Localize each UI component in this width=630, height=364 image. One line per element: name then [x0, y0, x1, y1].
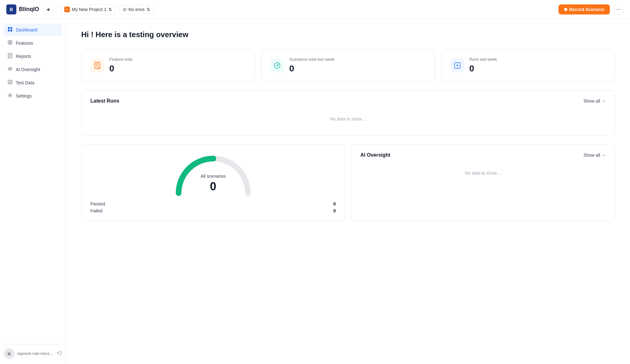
svg-rect-0 [8, 27, 10, 29]
features-label: Features [16, 41, 33, 46]
latest-runs-no-data: No data to show… [90, 110, 606, 128]
gauge-failed-row: Failed 0 [90, 208, 336, 213]
gauge-failed-label: Failed [90, 208, 102, 213]
sidebar-footer: U sapnesh.naik+docs@... [4, 344, 62, 359]
ai-oversight-header: AI Oversight Show all → [360, 152, 606, 158]
bottom-row: All scenarios 0 Passed 0 Failed 0 [81, 144, 615, 221]
svg-point-4 [8, 41, 12, 45]
gauge-passed-row: Passed 0 [90, 201, 336, 206]
feature-total-info: Feature total 0 [109, 57, 132, 74]
svg-rect-3 [10, 30, 12, 31]
sidebar-item-test-data[interactable]: Test Data [4, 77, 62, 89]
gauge-failed-value: 0 [333, 208, 336, 213]
reports-icon [8, 53, 13, 59]
latest-runs-title: Latest Runs [90, 98, 119, 104]
settings-label: Settings [16, 93, 32, 98]
dashboard-icon [8, 27, 13, 33]
reports-label: Reports [16, 54, 31, 59]
ai-oversight-no-data: No data to show… [360, 164, 606, 182]
svg-point-10 [8, 80, 12, 84]
sidebar-item-reports[interactable]: Reports [4, 50, 62, 62]
stat-card-runs-last-week: Runs last week 0 [441, 49, 615, 81]
runs-last-week-label: Runs last week [469, 57, 497, 62]
feature-total-value: 0 [109, 64, 132, 74]
latest-runs-show-all[interactable]: Show all → [583, 98, 606, 104]
runs-last-week-icon-wrap [450, 59, 464, 72]
collapse-sidebar-button[interactable]: ◀ [43, 4, 53, 14]
svg-point-5 [9, 42, 11, 43]
env-label: No envs [129, 7, 145, 12]
app-logo: B BlinqIO [6, 4, 39, 14]
main-layout: Dashboard Features Reports AI Oversight [0, 19, 630, 364]
latest-runs-header: Latest Runs Show all → [90, 98, 606, 104]
gauge-wrap: All scenarios 0 [172, 152, 254, 196]
logo-icon: B [6, 4, 16, 14]
gauge-scenario-label: All scenarios [201, 174, 226, 179]
project-name: My New Project 1 [72, 7, 106, 12]
env-chevron-icon: ⇅ [146, 7, 150, 12]
page-title: Hi ! Here is a testing overview [81, 30, 615, 39]
sidebar-nav: Dashboard Features Reports AI Oversight [4, 24, 62, 342]
gauge-label: All scenarios 0 [201, 174, 226, 193]
test-data-label: Test Data [16, 80, 34, 85]
gauge-passed-value: 0 [333, 201, 336, 206]
ai-oversight-title: AI Oversight [360, 152, 390, 158]
env-icon: ⊞ [123, 7, 127, 12]
runs-last-week-info: Runs last week 0 [469, 57, 497, 74]
scenarios-total-info: Scenarios total last week 0 [289, 57, 335, 74]
features-icon [8, 40, 13, 46]
env-selector[interactable]: ⊞ No envs ⇅ [119, 5, 154, 14]
ai-oversight-show-all[interactable]: Show all → [583, 153, 606, 158]
topbar-divider [57, 5, 57, 14]
runs-last-week-value: 0 [469, 64, 497, 74]
dashboard-label: Dashboard [16, 27, 37, 32]
collapse-icon: ◀ [46, 7, 49, 12]
main-content: Hi ! Here is a testing overview Feature … [66, 19, 630, 364]
gauge-passed-label: Passed [90, 201, 105, 206]
record-scenario-button[interactable]: Record Scenario [558, 4, 610, 14]
topbar: B BlinqIO ◀ ⊙ My New Project 1 ⇅ ⊞ No en… [0, 0, 630, 19]
sidebar-item-features[interactable]: Features [4, 37, 62, 49]
stat-card-scenarios-total: Scenarios total last week 0 [261, 49, 435, 81]
stats-row: Feature total 0 Scenarios total last wee… [81, 49, 615, 81]
user-email: sapnesh.naik+docs@... [17, 351, 54, 356]
sidebar: Dashboard Features Reports AI Oversight [0, 19, 66, 364]
scenarios-total-value: 0 [289, 64, 335, 74]
logout-button[interactable] [56, 350, 62, 357]
scenarios-total-label: Scenarios total last week [289, 57, 335, 62]
gauge-stats: Passed 0 Failed 0 [90, 201, 336, 213]
more-options-button[interactable]: ··· [614, 4, 624, 14]
user-avatar: U [4, 348, 14, 359]
gauge-card: All scenarios 0 Passed 0 Failed 0 [81, 144, 345, 221]
sidebar-item-settings[interactable]: Settings [4, 90, 62, 102]
record-dot-icon [564, 8, 567, 11]
stat-card-feature-total: Feature total 0 [81, 49, 255, 81]
ai-oversight-card: AI Oversight Show all → No data to show… [351, 144, 615, 221]
test-data-icon [8, 80, 13, 86]
feature-total-icon-wrap [90, 59, 104, 72]
project-chevron-icon: ⇅ [108, 7, 112, 12]
svg-rect-2 [8, 30, 10, 31]
feature-total-label: Feature total [109, 57, 132, 62]
svg-rect-1 [10, 27, 12, 29]
ai-oversight-icon [8, 66, 13, 73]
more-icon: ··· [616, 6, 621, 13]
ai-oversight-label: AI Oversight [16, 67, 40, 72]
sidebar-item-dashboard[interactable]: Dashboard [4, 24, 62, 36]
settings-icon [8, 93, 13, 99]
gauge-value: 0 [201, 180, 226, 193]
record-button-label: Record Scenario [569, 7, 604, 12]
app-name: BlinqIO [19, 6, 39, 13]
project-icon: ⊙ [64, 7, 70, 12]
project-selector[interactable]: ⊙ My New Project 1 ⇅ [61, 4, 116, 14]
svg-point-11 [9, 95, 11, 96]
scenarios-total-icon-wrap [270, 59, 284, 72]
latest-runs-section: Latest Runs Show all → No data to show… [81, 90, 615, 136]
sidebar-item-ai-oversight[interactable]: AI Oversight [4, 64, 62, 76]
